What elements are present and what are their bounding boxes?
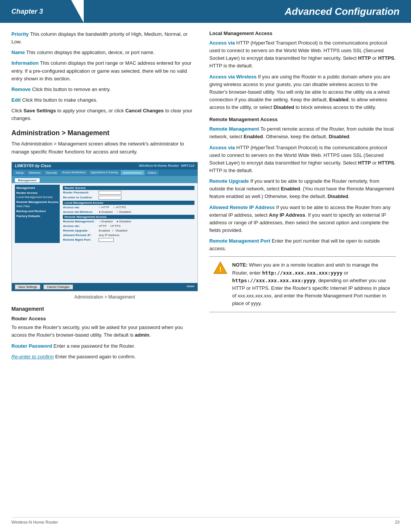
ls-http-option[interactable]: ○ HTTP (99, 206, 109, 209)
router-access-end: . (150, 332, 151, 338)
page-footer: Wireless-N Home Router 23 (11, 517, 400, 524)
https-bold: HTTPS (378, 55, 394, 61)
note-url2: https://xxx.xxx.xxx.xxx:yyyy (232, 278, 315, 283)
ls-enabled-option[interactable]: ● Enabled (99, 210, 112, 214)
access-wireless-end: to block wireless access to the utility. (294, 104, 376, 110)
title-text: Advanced Configuration (285, 6, 400, 18)
ls-row-access-via: Access via: ○ HTTP ○ HTTPS (63, 206, 194, 209)
ls-remote-https[interactable]: HTTPS (111, 224, 121, 228)
ls-reenter-input[interactable] (99, 196, 121, 200)
ls-tabs: Setup Wireless Security Access Restricti… (12, 169, 198, 176)
admin-bold: admin (135, 332, 149, 338)
ls-port-input[interactable] (99, 238, 114, 242)
ls-tab-status[interactable]: Status (145, 170, 159, 175)
reenter-term: Re-enter to confirm (11, 354, 54, 359)
ls-tab-wireless[interactable]: Wireless (27, 170, 43, 175)
ls-row-reenter: Re-enter to Confirm: (63, 196, 194, 200)
ls-password-input[interactable] (99, 191, 121, 195)
edit-para: Edit Click this button to make changes. (11, 96, 198, 104)
ls-tab-admin[interactable]: Administration (121, 170, 145, 175)
ls-disabled-option[interactable]: ○ Disabled (116, 210, 131, 214)
note-or: or (342, 270, 348, 276)
note-label: NOTE: (232, 262, 247, 268)
ls-cancel-btn[interactable]: Cancel Changes (43, 284, 73, 289)
ls-tab-security[interactable]: Security (44, 170, 59, 175)
ls-access-label: Access via: (63, 206, 97, 209)
information-term: Information (11, 60, 39, 66)
router-access-heading: Router Access (11, 316, 198, 321)
remote-mgmt-mid: . Otherwise, keep the default, (263, 134, 329, 139)
remote-mgmt-term: Remote Management (209, 126, 259, 132)
name-para: Name This column displays the applicatio… (11, 49, 198, 56)
note-url1: http://xxx.xxx.xxx.xxx:yyyy (262, 270, 342, 276)
enabled-bold: Enabled (329, 97, 349, 102)
priority-para: Priority This column displays the bandwi… (11, 30, 198, 46)
ls-remote-enabled[interactable]: ○ Enabled (99, 220, 112, 223)
information-para: Information This column displays the por… (11, 59, 198, 82)
ls-sub-tab-management[interactable]: Management (15, 178, 40, 182)
ls-tab-setup[interactable]: Setup (13, 170, 26, 175)
https-bold-2: HTTPS (378, 160, 394, 166)
ls-fields: Router Access Router Password: Re-enter … (63, 185, 194, 243)
disabled-bold: Disabled (274, 104, 294, 110)
section-desc: The Administration > Management screen a… (11, 140, 198, 155)
ls-allowed-label: Allowed Remote IP: (63, 233, 97, 237)
or-1: or (371, 55, 378, 61)
ls-sidebar-local: Local Management Access (16, 195, 58, 199)
priority-text: This column displays the bandwidth prior… (11, 31, 188, 45)
ls-save-btn[interactable]: Save Settings (15, 284, 40, 289)
ls-reenter-label: Re-enter to Confirm: (63, 196, 97, 199)
access-via-term: Access via (209, 40, 235, 46)
edit-text: Click this button to make changes. (22, 97, 97, 103)
router-password-text: Enter a new password for the Router. (52, 343, 135, 349)
ls-two-pane: Management Router Access Local Managemen… (15, 185, 194, 243)
name-text: This column displays the application, de… (26, 50, 155, 55)
ls-upgrade-label: Remote Upgrade: (63, 229, 97, 232)
ls-https-option[interactable]: ○ HTTPS (113, 206, 126, 209)
or-2: or (371, 160, 378, 166)
ls-remote-title: Remote Management Access (63, 215, 194, 219)
remote-mgmt-para: Remote Management To permit remote acces… (209, 125, 396, 141)
ls-password-label: Router Password: (63, 191, 97, 194)
ls-upgrade-enabled[interactable]: Enabled (99, 229, 110, 232)
http-bold: HTTP (358, 55, 371, 61)
edit-term: Edit (11, 97, 21, 103)
chapter-label: Chapter 3 (0, 0, 84, 23)
ls-any-ip[interactable]: Any IP Address (99, 233, 119, 237)
ls-sub-tabs: Management (12, 176, 198, 183)
warning-icon: ! (213, 260, 228, 275)
ls-sidebar-management: Management (16, 186, 58, 190)
management-heading: Management (11, 306, 198, 312)
any-ip-bold: Any IP Address (269, 212, 305, 218)
ls-tab-apps[interactable]: Applications & Gaming (89, 170, 120, 175)
reenter-text: Enter the password again to confirm. (54, 354, 135, 359)
allowed-remote-term: Allowed Remote IP Address (209, 204, 275, 210)
ls-header: LINKSYS® by Cisco Wireless-N Home Router… (12, 162, 198, 169)
remove-text: Click this button to remove an entry. (32, 86, 110, 92)
ls-upgrade-disabled[interactable]: Disabled (115, 229, 127, 232)
note-box: ! NOTE: When you are in a remote locatio… (209, 256, 396, 312)
main-content: Priority This column displays the bandwi… (0, 23, 411, 375)
access-via2-term: Access via (209, 145, 235, 150)
ls-remote-disabled[interactable]: ● Disabled (116, 220, 131, 223)
access-wireless-term: Access via Wireless (209, 74, 256, 80)
enabled-bold-2: Enabled (244, 134, 263, 139)
ls-row-allowed-ip: Allowed Remote IP: Any IP Address (63, 233, 194, 237)
remove-para: Remove Click this button to remove an en… (11, 86, 198, 93)
router-access-para: To ensure the Router's security, you wil… (11, 324, 198, 339)
page-title: Advanced Configuration (84, 0, 411, 23)
ls-row-remote-mgmt: Remote Management: ○ Enabled ● Disabled (63, 220, 194, 223)
access-wireless-para: Access via Wireless If you are using the… (209, 73, 396, 112)
ls-remote-http[interactable]: HTTP (99, 224, 107, 228)
remote-mgmt-end: . (349, 134, 351, 139)
remote-upgrade-term: Remote Upgrade (209, 178, 249, 184)
remove-term: Remove (11, 86, 31, 92)
save-bold: Save Settings (24, 108, 56, 113)
note-text: NOTE: When you are in a remote location … (232, 261, 391, 307)
ls-row-upgrade: Remote Upgrade: Enabled / Disabled (63, 229, 194, 232)
name-term: Name (11, 50, 25, 55)
ls-tab-access[interactable]: Access Restrictions (60, 170, 88, 175)
cancel-bold: Cancel Changes (125, 108, 164, 113)
remote-port-para: Remote Management Port Enter the port nu… (209, 237, 396, 252)
left-column: Priority This column displays the bandwi… (11, 30, 198, 364)
